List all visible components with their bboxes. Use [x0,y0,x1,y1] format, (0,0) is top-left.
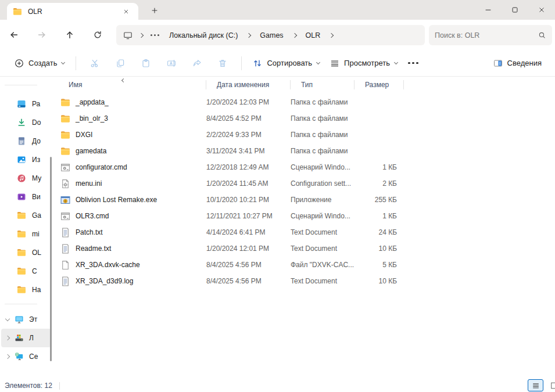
folder-icon [17,229,26,239]
sidebar-item-videos[interactable]: Ви [0,188,52,206]
tree-item-label: Л [29,334,34,342]
window-controls [475,0,555,20]
rename-button[interactable] [159,53,184,73]
up-arrow-icon [65,30,74,39]
tree-item-network[interactable]: Се [0,347,52,366]
search-input[interactable] [435,31,538,39]
sidebar-item-label: Из [32,156,40,164]
details-pane-button[interactable]: Сведения [488,55,547,71]
folder-icon [60,98,70,107]
table-row[interactable]: _bin_olr_3 8/4/2025 4:52 PM Папка с файл… [58,110,555,127]
up-button[interactable] [60,26,79,44]
explorer-tab[interactable]: OLR [7,3,138,20]
sidebar-item-documents[interactable]: До [0,132,52,150]
table-row[interactable]: OLR3.cmd 12/11/2021 10:27 PM Сценарий Wi… [58,208,555,224]
file-size: 10 КБ [355,277,404,285]
sidebar-item-folder[interactable]: OL [0,243,52,262]
column-header-size[interactable]: Размер [355,77,404,93]
table-row[interactable]: XR_3DA.dxvk-cache 8/4/2025 4:56 PM Файл … [58,257,555,273]
maximize-button[interactable] [502,0,528,20]
file-type: Папка с файлами [291,131,355,139]
file-date: 12/11/2021 10:27 PM [206,212,291,220]
back-arrow-icon [9,30,19,39]
refresh-button[interactable] [88,26,107,44]
rename-icon [167,59,176,68]
folder-icon [60,114,70,124]
table-row[interactable]: Patch.txt 4/14/2024 6:41 PM Text Documen… [58,224,555,240]
address-bar: Локальный диск (C:) Games OLR [0,20,555,50]
chevron-right-icon [246,33,251,37]
file-name: _bin_olr_3 [76,114,108,123]
new-button[interactable]: Создать [9,55,70,71]
file-name: Oblivion Lost Remake.exe [76,196,157,204]
chevron-right-icon [329,33,334,37]
table-row[interactable]: menu.ini 1/20/2024 11:45 AM Configuratio… [58,175,555,192]
file-type: Приложение [291,196,355,204]
sidebar-scrollbar[interactable] [50,157,52,361]
sidebar-item-desktop[interactable]: Ра [0,95,52,113]
search-box[interactable] [429,25,552,45]
table-row[interactable]: _appdata_ 1/20/2024 12:03 PM Папка с фай… [58,94,555,110]
sidebar-divider [5,304,37,304]
sidebar-item-folder[interactable]: На [0,280,52,299]
column-header-name[interactable]: Имя [58,77,206,93]
table-row[interactable]: gamedata 3/11/2024 3:41 PM Папка с файла… [58,143,555,159]
text-file-icon [60,244,70,254]
sidebar-item-music[interactable]: Му [0,169,52,188]
file-type: Text Document [291,228,355,236]
sidebar-item-pictures[interactable]: Из [0,150,52,169]
delete-button[interactable] [210,53,235,73]
share-button[interactable] [184,53,210,73]
refresh-icon [93,30,102,39]
see-more-button[interactable] [403,53,424,73]
sidebar-item-folder[interactable]: Ga [0,206,52,225]
cmd-script-icon [60,211,70,221]
plus-circle-icon [15,59,24,68]
chevron-collapsed-icon[interactable] [5,354,10,359]
table-row[interactable]: Readme.txt 1/20/2024 12:01 PM Text Docum… [58,240,555,257]
copy-button[interactable] [108,53,133,73]
tree-item-this-pc[interactable]: Эт [0,310,52,329]
tab-close-button[interactable] [120,5,133,18]
sidebar-item-label: Do [32,118,41,127]
file-type: Text Document [291,277,355,285]
forward-button[interactable] [33,26,51,44]
file-type: Файл "DXVK-CAC... [291,261,355,269]
breadcrumb[interactable]: Локальный диск (C:) Games OLR [116,25,425,45]
details-view-button[interactable] [528,379,543,391]
sidebar-item-folder[interactable]: mi [0,225,52,243]
file-type: Папка с файлами [291,98,355,106]
table-row[interactable]: DXGI 2/2/2024 9:33 PM Папка с файлами [58,127,555,143]
sidebar-item-downloads[interactable]: Do [0,113,52,132]
minimize-button[interactable] [475,0,502,20]
table-row[interactable]: XR_3DA_d3d9.log 8/4/2025 4:56 PM Text Do… [58,273,555,289]
table-row[interactable]: configurator.cmd 12/2/2018 12:49 AM Сцен… [58,159,555,175]
chevron-collapsed-icon[interactable] [5,336,10,340]
cmd-script-icon [60,163,70,172]
large-icons-view-button[interactable] [546,379,555,391]
column-header-type[interactable]: Тип [291,77,355,93]
close-window-button[interactable] [528,0,555,20]
tree-item-label: Се [29,353,38,361]
forward-arrow-icon [37,30,46,39]
back-button[interactable] [5,26,23,44]
new-button-label: Создать [28,59,57,67]
tree-item-local-disk-selected[interactable]: Л [1,329,51,347]
view-button[interactable]: Просмотреть [325,55,403,71]
minimize-icon [484,6,492,14]
sidebar-item-folder[interactable]: C [0,262,52,280]
new-tab-button[interactable] [147,4,162,17]
trash-icon [218,59,227,68]
paste-button[interactable] [133,53,159,73]
breadcrumb-segment[interactable]: Games [257,31,285,39]
folder-icon [17,211,26,220]
chevron-expanded-icon[interactable] [5,316,10,321]
cut-button[interactable] [82,53,108,73]
breadcrumb-segment[interactable]: OLR [303,31,323,39]
file-date: 1/20/2024 12:01 PM [206,244,291,253]
breadcrumb-segment[interactable]: Локальный диск (C:) [167,31,240,39]
sort-button[interactable]: Сортировать [248,55,325,71]
column-header-date[interactable]: Дата изменения [206,77,291,93]
breadcrumb-ellipsis-icon[interactable] [154,34,156,36]
table-row[interactable]: Oblivion Lost Remake.exe 10/1/2020 10:21… [58,192,555,208]
